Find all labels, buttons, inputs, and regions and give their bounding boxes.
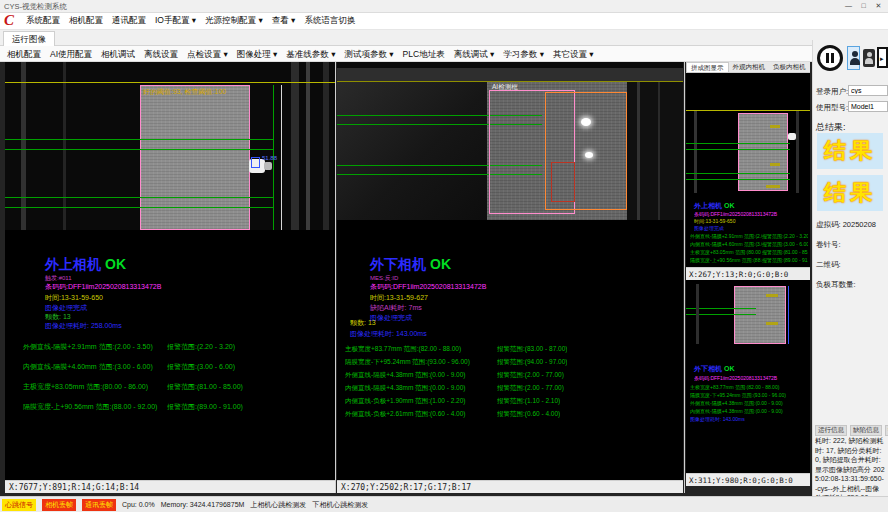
mini-measure-mark xyxy=(766,185,780,188)
image-streak xyxy=(323,62,329,230)
image-streak xyxy=(796,111,799,193)
mini-measure-row: 外侧直线-隔膜+4.38mm 范围:(0.00 - 9.00) xyxy=(690,400,808,406)
workpiece-region xyxy=(734,286,786,344)
menu-camera-config[interactable]: 相机配置 xyxy=(69,15,103,27)
measure-row: 外侧直线-负极+2.61mm 范围:(0.60 - 4.00) 报警范围:(0.… xyxy=(345,410,677,419)
left-camera-image[interactable]: 51.88 好的阈值:93, 检查阈值:100 xyxy=(5,62,335,230)
mid-camera-panel: AI检测框 外下相机OK MES:反:ID 条码码:DFF1iim2025020… xyxy=(337,62,683,493)
threshold-overlay-label: 好的阈值:93, 检查阈值:100 xyxy=(143,87,226,97)
pause-button[interactable] xyxy=(817,45,843,71)
mini-elapsed: 图像处理耗时: 143.00ms xyxy=(690,416,806,422)
mid-pixel-status: X:270;Y:2502;R:17;G:17;B:17 xyxy=(337,480,683,493)
reel-number-label: 卷针号: xyxy=(816,240,841,250)
exit-button[interactable]: ▸ xyxy=(877,47,888,68)
mini-measure-row: 主极宽度+83.05mm 范围:(80.00 - 86.00) 报警范围:(81… xyxy=(690,249,808,255)
tool-plc-address-table[interactable]: PLC地址表 xyxy=(403,49,445,61)
tab-negative-camera[interactable]: 负极内相机 xyxy=(769,62,810,72)
log-text[interactable]: 耗时: 222, 缺陷检测耗时: 17, 缺陷分类耗时: 0, 缺陷提取合并耗时… xyxy=(815,436,885,503)
mini-measure-row: 隔膜宽度-下+95.24mm 范围:(93.00 - 96.00) xyxy=(690,392,808,398)
image-streak xyxy=(63,62,66,230)
admin-user-icon xyxy=(867,52,872,57)
mini-barcode: 条码码:DFF1iim2025020813313472B xyxy=(694,211,806,217)
cpu-usage: Cpu: 0.0% xyxy=(122,501,155,508)
login-user-field[interactable] xyxy=(848,85,888,96)
measure-row: 外侧直线-隔膜+2.91mm 范围:(2.00 - 3.50) 报警范围:(2.… xyxy=(23,342,329,352)
baseline-yellow-line xyxy=(686,110,810,111)
pause-icon xyxy=(826,53,829,63)
minimize-icon[interactable]: — xyxy=(841,0,856,12)
mini-time: 时间:13-31-59-650 xyxy=(694,218,806,224)
measure-row: 外侧直线-隔膜+4.38mm 范围:(0.00 - 9.00) 报警范围:(2.… xyxy=(345,371,677,380)
elapsed-line: 图像处理耗时: 258.00ms xyxy=(45,321,122,331)
tab-outer-camera[interactable]: 外观内相机 xyxy=(729,62,770,72)
menu-language-switch[interactable]: 系统语言切换 xyxy=(304,15,355,27)
admin-mode-button[interactable] xyxy=(863,49,875,67)
tool-offline-debug[interactable]: 离线调试 ▾ xyxy=(454,49,495,61)
negative-tab-count-label: 负极耳数量: xyxy=(816,280,856,290)
menu-light-config[interactable]: 光源控制配置 ▾ xyxy=(205,15,263,27)
elapsed-line: 图像处理耗时: 143.00ms xyxy=(350,329,427,339)
log-tab-defect-info[interactable]: 缺陷信息 xyxy=(850,425,882,436)
ai-box-label: AI检测框 xyxy=(492,83,518,92)
image-streak xyxy=(291,62,299,230)
mini-view-top[interactable]: 外上相机OK 条码码:DFF1iim2025020813313472B 时间:1… xyxy=(686,73,810,267)
exit-door-icon: ▸ xyxy=(880,55,884,63)
tool-camera-config[interactable]: 相机配置 xyxy=(7,49,41,61)
close-icon[interactable]: ✕ xyxy=(871,0,886,12)
mini-measure-row: 主极宽度+83.77mm 范围:(82.00 - 88.00) xyxy=(690,384,808,390)
result-ok-label: OK xyxy=(105,256,126,272)
mini-done: 图像处理完成 xyxy=(694,225,806,231)
image-streak xyxy=(21,62,26,230)
lower-camera-heartbeat: 下相机心跳检测发 xyxy=(312,500,368,510)
measure-row: 隔膜宽度-下+95.24mm 范围:(93.00 - 96.00) 报警范围:(… xyxy=(345,358,677,367)
image-streak xyxy=(658,82,660,220)
login-user-row: 登录用户: xyxy=(816,87,848,97)
measure-row: 内侧直线-隔膜+4.38mm 范围:(0.00 - 9.00) 报警范围:(2.… xyxy=(345,384,677,393)
tool-image-processing[interactable]: 图像处理 ▾ xyxy=(237,49,278,61)
maximize-icon[interactable]: □ xyxy=(856,0,871,12)
tool-spotcheck-settings[interactable]: 点检设置 ▾ xyxy=(187,49,228,61)
result-ok-label: OK xyxy=(430,256,451,272)
menu-view[interactable]: 查看 ▾ xyxy=(272,15,296,27)
tab-run-image[interactable]: 运行图像 xyxy=(3,31,55,46)
machine-top-bar xyxy=(337,68,683,82)
tool-other-settings[interactable]: 其它设置 ▾ xyxy=(553,49,594,61)
toolbar: 相机配置 AI使用配置 相机调试 离线设置 点检设置 ▾ 图像处理 ▾ 基准线参… xyxy=(0,46,888,62)
barcode-line: 条码码:DFF1iim2025020813313472B xyxy=(45,282,161,292)
mid-camera-image[interactable]: AI检测框 xyxy=(337,62,683,220)
time-line: 时间:13-31-59-627 xyxy=(370,293,428,303)
mini-measure-mark xyxy=(766,294,778,297)
baseline-yellow-line xyxy=(337,81,683,82)
tool-offline-settings[interactable]: 离线设置 xyxy=(144,49,178,61)
tool-baseline-params[interactable]: 基准线参数 ▾ xyxy=(286,49,335,61)
tab-composite-view[interactable]: 拼成图显示 xyxy=(686,62,729,72)
measure-green-line xyxy=(5,149,273,150)
left-camera-result-title: 外上相机OK xyxy=(45,256,126,274)
admin-user-icon xyxy=(865,58,873,64)
user-mode-button[interactable] xyxy=(847,46,860,70)
measure-row: 内侧直线-隔膜+4.60mm 范围:(3.00 - 6.00) 报警范围:(3.… xyxy=(23,362,329,372)
measure-green-line xyxy=(5,197,273,198)
model-field[interactable] xyxy=(848,101,888,112)
menu-system-config[interactable]: 系统配置 xyxy=(26,15,60,27)
image-streak xyxy=(637,82,640,220)
tool-ai-usage-config[interactable]: AI使用配置 xyxy=(50,49,92,61)
tool-learning-params[interactable]: 学习参数 ▾ xyxy=(503,49,544,61)
comm-dropframe-badge: 通讯丢帧 xyxy=(82,499,116,511)
mini-measure-mark xyxy=(770,163,780,166)
log-tab-run-info[interactable]: 运行信息 xyxy=(815,425,847,436)
measure-green-line xyxy=(686,149,790,150)
defect-roi-red xyxy=(551,162,575,202)
mini-result-title: 外上相机OK xyxy=(694,201,735,211)
menu-io-config[interactable]: IO手配置 ▾ xyxy=(155,15,196,27)
menu-bar: 系统配置 相机配置 通讯配置 IO手配置 ▾ 光源控制配置 ▾ 查看 ▾ 系统语… xyxy=(0,13,888,30)
mini-view-bottom[interactable]: 外下相机OK 条码码:DFF1iim2025020813313472B 主极宽度… xyxy=(686,280,810,473)
workpiece-region xyxy=(140,85,250,230)
count-line: 颗数: 13 xyxy=(350,318,376,328)
tool-test-params[interactable]: 测试项参数 ▾ xyxy=(344,49,393,61)
tool-camera-debug[interactable]: 相机调试 xyxy=(101,49,135,61)
mini-measure-row: 外侧直线-隔膜+2.91mm 范围:(2.00 - 3.50) 报警范围:(2.… xyxy=(690,233,808,239)
mini-result-title: 外下相机OK xyxy=(694,364,735,374)
menu-comm-config[interactable]: 通讯配置 xyxy=(112,15,146,27)
left-camera-panel: 51.88 好的阈值:93, 检查阈值:100 外上相机OK 触发:#011 条… xyxy=(5,62,335,493)
